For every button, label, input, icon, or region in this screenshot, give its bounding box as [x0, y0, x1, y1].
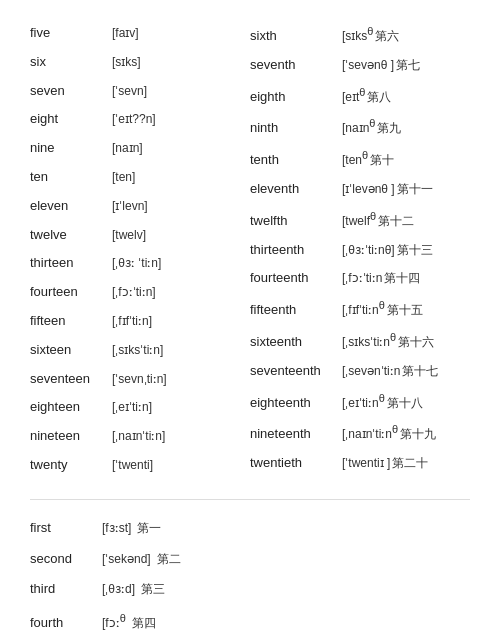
chinese-label: 第三	[141, 580, 165, 599]
bottom-section: first[fɜːst]第一second[ˈsekənd]第二third[ˌθɜ…	[30, 515, 470, 637]
word-label: eight	[30, 109, 110, 130]
chinese-label: 第十三	[397, 241, 433, 260]
word-label: nineteenth	[250, 424, 340, 445]
phonetic-label: [ˈeɪt??n]	[112, 110, 156, 129]
list-item: twelfth[twelfθ第十二	[250, 205, 470, 235]
phonetic-label: [ɪˈlevənθ ]	[342, 180, 395, 199]
list-item: ten[ten]	[30, 164, 250, 191]
phonetic-label: [ˌfɔːˈtiːn]	[112, 283, 156, 302]
chinese-label: 第四	[132, 614, 156, 633]
word-label: twelfth	[250, 211, 340, 232]
phonetic-label: [sɪks]	[112, 53, 141, 72]
list-item: twentieth[ˈtwentiɪ ]第二十	[250, 450, 470, 477]
list-item: sixteen[ˌsɪksˈtiːn]	[30, 337, 250, 364]
list-item: seventeenth[ˌsevənˈtiːn第十七	[250, 358, 470, 385]
phonetic-label: [ˌθɜːd]	[102, 580, 135, 599]
list-item: eighth[eɪtθ第八	[250, 81, 470, 111]
list-item: fifteenth[ˌfɪfˈtiːnθ第十五	[250, 294, 470, 324]
chinese-label: 第十九	[400, 425, 436, 444]
word-label: sixteenth	[250, 332, 340, 353]
list-item: sixteenth[ˌsɪksˈtiːnθ第十六	[250, 326, 470, 356]
phonetic-label: [faɪv]	[112, 24, 139, 43]
word-label: seven	[30, 81, 110, 102]
word-label: eleven	[30, 196, 110, 217]
chinese-label: 第六	[375, 27, 399, 46]
phonetic-label: [ˌeɪˈtiːn]	[112, 398, 152, 417]
word-label: fourth	[30, 613, 100, 634]
list-item: seventh[ˈsevənθ ]第七	[250, 52, 470, 79]
list-item: third[ˌθɜːd]第三	[30, 576, 470, 603]
word-label: nineteen	[30, 426, 110, 447]
word-label: tenth	[250, 150, 340, 171]
word-label: eighteenth	[250, 393, 340, 414]
chinese-label: 第八	[367, 88, 391, 107]
list-item: first[fɜːst]第一	[30, 515, 470, 542]
list-item: fourth[fɔːθ第四	[30, 607, 470, 637]
phonetic-label: [eɪtθ	[342, 84, 365, 107]
chinese-label: 第十二	[378, 212, 414, 231]
word-label: thirteenth	[250, 240, 340, 261]
list-item: twelve[twelv]	[30, 222, 250, 249]
list-item: seventeen[ˈsevnˌtiːn]	[30, 366, 250, 393]
list-item: eighteenth[ˌeɪˈtiːnθ第十八	[250, 387, 470, 417]
phonetic-label: [ˌnaɪnˈtiːn]	[112, 427, 165, 446]
chinese-label: 第七	[396, 56, 420, 75]
list-item: ninth[naɪnθ第九	[250, 112, 470, 142]
chinese-label: 第十七	[402, 362, 438, 381]
chinese-label: 第二	[157, 550, 181, 569]
word-label: ten	[30, 167, 110, 188]
phonetic-label: [ˌsɪksˈtiːn]	[112, 341, 163, 360]
phonetic-label: [ˌsevənˈtiːn	[342, 362, 400, 381]
chinese-label: 第十	[370, 151, 394, 170]
divider	[30, 499, 470, 500]
phonetic-label: [ˌnaɪnˈtiːnθ	[342, 421, 398, 444]
word-label: fifteenth	[250, 300, 340, 321]
word-label: six	[30, 52, 110, 73]
list-item: fifteen[ˌfɪfˈtiːn]	[30, 308, 250, 335]
word-label: sixth	[250, 26, 340, 47]
word-label: eighth	[250, 87, 340, 108]
word-label: nine	[30, 138, 110, 159]
phonetic-label: [ˈsevənθ ]	[342, 56, 394, 75]
phonetic-label: [ˌfɪfˈtiːnθ	[342, 297, 385, 320]
list-item: nine[naɪn]	[30, 135, 250, 162]
word-label: seventh	[250, 55, 340, 76]
word-label: fifteen	[30, 311, 110, 332]
phonetic-label: [ˌfɪfˈtiːn]	[112, 312, 152, 331]
list-item: thirteen[ˌθɜː ˈtiːn]	[30, 250, 250, 277]
list-item: eleventh[ɪˈlevənθ ]第十一	[250, 176, 470, 203]
phonetic-label: [twelv]	[112, 226, 146, 245]
list-item: eighteen[ˌeɪˈtiːn]	[30, 394, 250, 421]
phonetic-label: [ˌeɪˈtiːnθ	[342, 390, 385, 413]
list-item: sixth[sɪksθ第六	[250, 20, 470, 50]
chinese-label: 第十八	[387, 394, 423, 413]
phonetic-label: [sɪksθ	[342, 23, 373, 46]
main-grid: five[faɪv]six[sɪks]seven[ˈsevn]eight[ˈeɪ…	[30, 20, 470, 479]
word-label: second	[30, 549, 100, 570]
phonetic-label: [ˌfɔːˈtiːn	[342, 269, 382, 288]
word-label: seventeen	[30, 369, 110, 390]
chinese-label: 第一	[137, 519, 161, 538]
word-label: third	[30, 579, 100, 600]
phonetic-label: [twelfθ	[342, 208, 376, 231]
list-item: eleven[ɪˈlevn]	[30, 193, 250, 220]
chinese-label: 第十五	[387, 301, 423, 320]
list-item: thirteenth[ˌθɜːˈtiːnθ]第十三	[250, 237, 470, 264]
list-item: nineteenth[ˌnaɪnˈtiːnθ第十九	[250, 418, 470, 448]
word-label: twelve	[30, 225, 110, 246]
chinese-label: 第十六	[398, 333, 434, 352]
word-label: fourteenth	[250, 268, 340, 289]
phonetic-label: [ˈtwenti]	[112, 456, 153, 475]
list-item: five[faɪv]	[30, 20, 250, 47]
word-label: twentieth	[250, 453, 340, 474]
list-item: eight[ˈeɪt??n]	[30, 106, 250, 133]
phonetic-label: [ˈsevnˌtiːn]	[112, 370, 167, 389]
list-item: nineteen[ˌnaɪnˈtiːn]	[30, 423, 250, 450]
list-item: seven[ˈsevn]	[30, 78, 250, 105]
word-label: fourteen	[30, 282, 110, 303]
phonetic-label: [ˈtwentiɪ ]	[342, 454, 390, 473]
list-item: fourteen[ˌfɔːˈtiːn]	[30, 279, 250, 306]
list-item: twenty[ˈtwenti]	[30, 452, 250, 479]
list-item: fourteenth[ˌfɔːˈtiːn第十四	[250, 265, 470, 292]
word-label: first	[30, 518, 100, 539]
